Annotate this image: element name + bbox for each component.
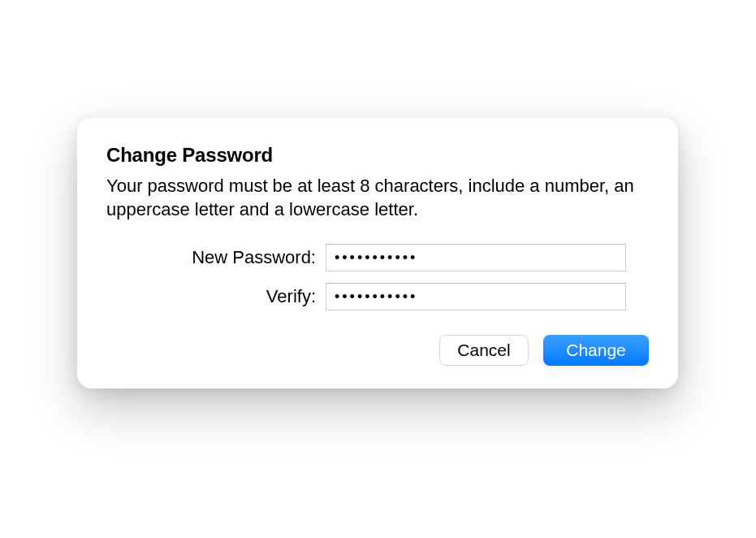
change-button[interactable]: Change [543,335,649,366]
new-password-label: New Password: [106,247,326,268]
dialog-description: Your password must be at least 8 charact… [106,175,649,221]
verify-password-row: Verify: [106,283,649,310]
new-password-row: New Password: [106,244,649,271]
new-password-input[interactable] [326,244,626,271]
change-password-dialog: Change Password Your password must be at… [77,118,678,388]
dialog-title: Change Password [106,144,649,167]
button-row: Cancel Change [106,335,649,366]
verify-password-input[interactable] [326,283,626,310]
verify-password-label: Verify: [106,286,326,307]
cancel-button[interactable]: Cancel [439,335,529,366]
